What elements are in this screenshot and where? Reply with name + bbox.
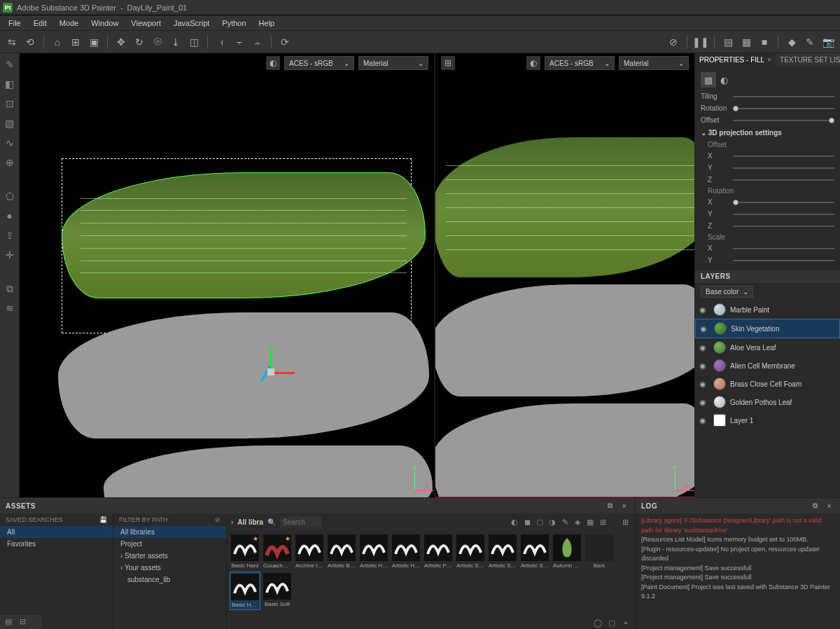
undock-icon[interactable]: ⧉ <box>606 501 615 511</box>
iray-icon[interactable]: ◆ <box>784 34 799 50</box>
brush-item[interactable]: Basic Hard... <box>230 572 260 610</box>
projection-uv-icon[interactable]: ▦ <box>701 72 716 88</box>
visibility-eye-icon[interactable]: ◉ <box>700 324 710 333</box>
rotation-slider[interactable] <box>733 108 834 109</box>
view-grid-icon[interactable]: ⊞ <box>620 516 631 527</box>
projection-triplanar-icon[interactable]: ◐ <box>716 72 732 88</box>
close-icon[interactable]: × <box>620 501 629 511</box>
brush-item[interactable]: Archive Ink... <box>294 533 325 570</box>
transform-gizmo[interactable] <box>251 347 293 389</box>
size-icon[interactable]: ⦾ <box>150 34 165 50</box>
visibility-eye-icon[interactable]: ◉ <box>699 398 709 407</box>
search-input[interactable] <box>280 517 322 527</box>
vp-grid-icon[interactable]: ⊞ <box>441 56 455 70</box>
menu-window[interactable]: Window <box>85 18 124 29</box>
texture-icon[interactable]: ▦ <box>738 34 754 50</box>
filter-your[interactable]: › Your assets <box>113 562 226 574</box>
undock-icon[interactable]: ⧉ <box>811 501 820 511</box>
ortho-icon[interactable]: ⊞ <box>68 34 83 50</box>
search-icon[interactable]: 🔍 <box>267 518 276 526</box>
vp2-colorspace-dropdown[interactable]: ACES - sRGB⌄ <box>545 56 615 70</box>
filter-smart-icon[interactable]: ◼ <box>522 516 533 527</box>
brush-item[interactable]: Artistic Sof... <box>519 533 550 570</box>
screenshot-icon[interactable]: 📷 <box>820 34 836 50</box>
brush-item[interactable]: Autumn Le... <box>552 533 582 570</box>
folder-icon[interactable]: ▢ <box>607 618 617 628</box>
tab-properties[interactable]: PROPERTIES - FILL× <box>695 53 776 67</box>
render-icon[interactable]: ■ <box>757 34 772 50</box>
tiling-slider[interactable] <box>733 96 834 97</box>
refresh-icon[interactable]: ⟳ <box>277 34 293 50</box>
paint-tool-icon[interactable]: ✎ <box>3 57 17 71</box>
filter-mask-icon[interactable]: ▢ <box>534 516 545 527</box>
filter-all-libs[interactable]: All libraries <box>113 526 226 538</box>
section-3d-projection[interactable]: 3D projection settings <box>701 126 834 139</box>
filter-texture-icon[interactable]: ▦ <box>584 516 596 527</box>
filter-alpha-icon[interactable]: ◈ <box>572 516 583 527</box>
save-search-icon[interactable]: 💾 <box>99 516 107 523</box>
status-panel-icon[interactable]: ▤ <box>3 616 14 628</box>
vp-display-dropdown[interactable]: Material⌄ <box>358 56 428 70</box>
projection-tool-icon[interactable]: ⊡ <box>3 97 17 111</box>
undo-simplify-icon[interactable]: ⇆ <box>4 34 20 50</box>
fill-tool-icon[interactable]: ▧ <box>3 116 17 130</box>
bake-icon[interactable]: ▤ <box>720 34 736 50</box>
vp2-display-dropdown[interactable]: Material⌄ <box>619 56 689 70</box>
camera-icon[interactable]: ▣ <box>86 34 102 50</box>
vp-colorspace-dropdown[interactable]: ACES - sRGB⌄ <box>284 56 354 70</box>
symmetry-x-icon[interactable]: ⫞ <box>214 34 229 50</box>
menu-edit[interactable]: Edit <box>28 18 52 29</box>
visibility-eye-icon[interactable]: ◉ <box>699 380 709 389</box>
brush-item[interactable]: Artistic He... <box>391 533 421 570</box>
filter-env-icon[interactable]: ⊞ <box>597 516 608 527</box>
compare-tool-icon[interactable]: ⧉ <box>3 282 17 296</box>
cube-icon[interactable]: ◫ <box>186 34 202 50</box>
menu-file[interactable]: File <box>3 18 27 29</box>
visibility-eye-icon[interactable]: ◉ <box>699 343 709 352</box>
layer-item[interactable]: ◉Aloe Vera Leaf <box>695 338 840 357</box>
filter-material-icon[interactable]: ◐ <box>509 516 520 527</box>
tab-texture-set-list[interactable]: TEXTURE SET LIST <box>776 53 840 67</box>
filter-filter-icon[interactable]: ◑ <box>547 516 558 527</box>
layer-item[interactable]: ◉Layer 1 <box>695 411 840 429</box>
brush-item[interactable]: Artistic Sof... <box>487 533 518 570</box>
recorder-tool-icon[interactable]: ● <box>3 209 17 223</box>
viewport-2d[interactable]: ⊞ ◐ ACES - sRGB⌄ Material⌄ vu <box>435 53 694 497</box>
smudge-tool-icon[interactable]: ∿ <box>3 136 17 150</box>
rot-y-slider[interactable] <box>733 214 834 215</box>
rotate-icon[interactable]: ↻ <box>132 34 147 50</box>
menu-python[interactable]: Python <box>216 18 251 29</box>
lib-dropdown[interactable]: All libra <box>237 518 263 526</box>
layer-item[interactable]: ◉Alien Cell Membrane <box>695 357 840 375</box>
menu-viewport[interactable]: Viewport <box>125 18 167 29</box>
layer-item[interactable]: ◉Marble Paint <box>695 300 840 319</box>
brush-item[interactable]: Bark <box>584 533 615 570</box>
vp-env-icon-2[interactable]: ◐ <box>526 56 540 70</box>
hide-filter-icon[interactable]: ⊘ <box>215 516 220 523</box>
layer-item[interactable]: ◉Brass Close Cell Foam <box>695 375 840 393</box>
visibility-eye-icon[interactable]: ◉ <box>699 416 709 425</box>
menu-help[interactable]: Help <box>253 18 281 29</box>
brush-item[interactable]: Basic Soft <box>262 572 293 610</box>
menu-javascript[interactable]: JavaScript <box>168 18 215 29</box>
pin-icon[interactable]: ◯ <box>593 618 603 628</box>
offset-slider[interactable] <box>733 120 834 121</box>
layer-item[interactable]: ◉Skin Vegetation <box>695 319 840 338</box>
brush-item[interactable]: Artistic Hai... <box>358 533 389 570</box>
offset-x-slider[interactable] <box>733 155 834 157</box>
symmetry-z-icon[interactable]: ⫠ <box>250 34 265 50</box>
rot-x-slider[interactable] <box>733 202 834 203</box>
filter-project[interactable]: Project <box>113 538 226 550</box>
visibility-eye-icon[interactable]: ◉ <box>699 305 709 314</box>
viewport-3d[interactable]: ◐ ACES - sRGB⌄ Material⌄ <box>20 53 434 497</box>
saved-favorites[interactable]: Favorites <box>0 538 113 550</box>
add-icon[interactable]: + <box>621 618 631 628</box>
offset-z-slider[interactable] <box>733 179 834 181</box>
perspective-icon[interactable]: ⌂ <box>50 34 65 50</box>
vp-env-icon[interactable]: ◐ <box>266 56 280 70</box>
menu-mode[interactable]: Mode <box>54 18 85 29</box>
hide-icon[interactable]: ⊘ <box>666 34 681 50</box>
scale-y-slider[interactable] <box>733 260 834 261</box>
channel-dropdown[interactable]: Base color⌄ <box>701 286 753 298</box>
close-icon[interactable]: × <box>825 501 834 511</box>
